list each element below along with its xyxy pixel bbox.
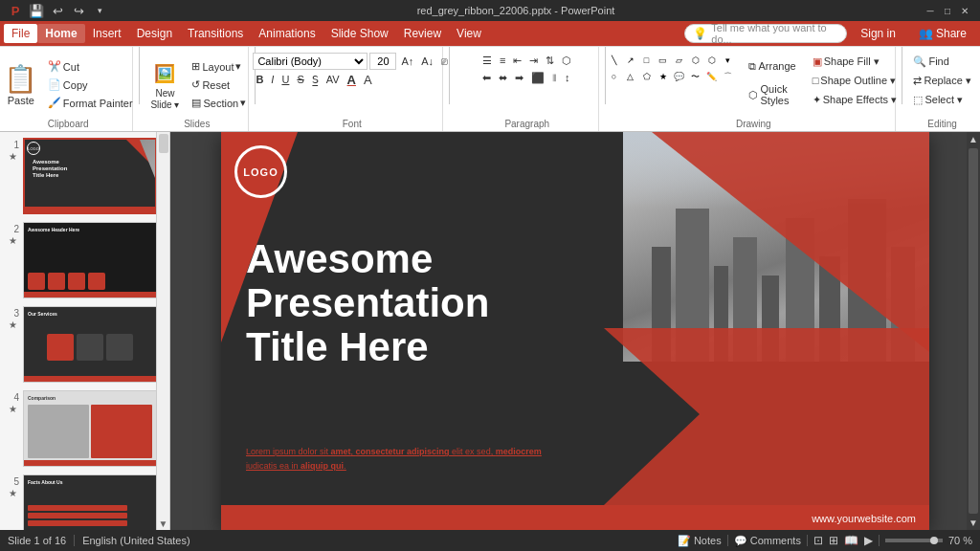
menu-review[interactable]: Review xyxy=(396,24,449,43)
align-center-button[interactable]: ⬌ xyxy=(496,70,510,85)
shadow-button[interactable]: S̲ xyxy=(309,72,322,87)
shape-connector[interactable]: ⌒ xyxy=(721,69,736,84)
align-right-button[interactable]: ➡ xyxy=(512,70,526,85)
shape-triangle[interactable]: △ xyxy=(623,69,638,84)
zoom-slider[interactable] xyxy=(885,539,943,542)
decrease-font-button[interactable]: A↓ xyxy=(418,54,436,69)
slide-thumb-3[interactable]: 3 ★ Our Services xyxy=(4,304,166,385)
reading-view-button[interactable]: 📖 xyxy=(844,534,858,547)
shape-circle[interactable]: ○ xyxy=(607,69,622,84)
new-slide-button[interactable]: 🖼️ NewSlide ▾ xyxy=(144,57,186,113)
close-button[interactable]: ✕ xyxy=(957,3,972,18)
customize-qat[interactable]: ▾ xyxy=(90,1,109,20)
normal-view-button[interactable]: ⊡ xyxy=(813,534,823,547)
canvas-scroll-thumb[interactable] xyxy=(969,148,978,514)
shape-rect[interactable]: □ xyxy=(639,53,655,68)
slide-preview-2[interactable]: Awesome Header Here xyxy=(23,222,157,298)
font-size-input[interactable] xyxy=(369,53,396,70)
save-button[interactable]: 💾 xyxy=(27,1,46,20)
shape-curve[interactable]: 〜 xyxy=(688,69,703,84)
arrange-button[interactable]: ⧉ Arrange xyxy=(743,53,802,79)
quick-styles-button[interactable]: ⬡ Quick Styles xyxy=(743,81,802,108)
shape-rounded-rect[interactable]: ▭ xyxy=(656,53,671,68)
menu-insert[interactable]: Insert xyxy=(85,24,129,43)
select-button[interactable]: ⬚ Select ▾ xyxy=(909,91,967,108)
italic-button[interactable]: I xyxy=(268,72,277,87)
format-painter-button[interactable]: 🖌️ Format Painter xyxy=(44,95,137,112)
canvas-area[interactable]: LOGO Awesome Presentation Title Here Lor… xyxy=(170,132,980,530)
slides-panel[interactable]: 1 ★ LOGO AwesomePresentationTitle Here 2… xyxy=(0,132,170,530)
comments-button[interactable]: 💬 Comments xyxy=(734,535,801,547)
slide-thumb-4[interactable]: 4 ★ Comparison xyxy=(4,388,166,469)
strikethrough-button[interactable]: S xyxy=(294,72,306,87)
slide-thumb-1[interactable]: 1 ★ LOGO AwesomePresentationTitle Here xyxy=(4,136,166,216)
shape-more[interactable]: ▾ xyxy=(721,53,736,68)
find-button[interactable]: 🔍 Find xyxy=(909,53,952,70)
scroll-down-arrow[interactable]: ▼ xyxy=(967,516,980,530)
layout-button[interactable]: ⊞ Layout ▾ xyxy=(188,58,250,76)
sign-in-button[interactable]: Sign in xyxy=(853,25,903,42)
zoom-thumb[interactable] xyxy=(930,537,938,544)
slide-subtitle[interactable]: Lorem ipsum dolor sit amet, consectetur … xyxy=(246,445,542,473)
redo-button[interactable]: ↪ xyxy=(69,1,88,20)
increase-indent-button[interactable]: ⇥ xyxy=(526,53,541,68)
scroll-down-btn[interactable]: ▼ xyxy=(157,518,169,530)
menu-view[interactable]: View xyxy=(449,24,489,43)
align-left-button[interactable]: ⬅ xyxy=(479,70,494,85)
slides-scrollbar[interactable]: ▼ xyxy=(156,132,169,530)
line-spacing-button[interactable]: ↕ xyxy=(562,70,573,85)
minimize-button[interactable]: ─ xyxy=(923,3,938,18)
convert-to-smartart[interactable]: ⬡ xyxy=(559,53,574,68)
bullets-button[interactable]: ☰ xyxy=(479,53,495,68)
paste-button[interactable]: 📋 Paste xyxy=(0,57,42,113)
justify-button[interactable]: ⬛ xyxy=(528,70,547,85)
shape-effects-button[interactable]: ✦ Shape Effects ▾ xyxy=(809,91,901,108)
slide-title[interactable]: Awesome Presentation Title Here xyxy=(246,237,489,370)
zoom-level[interactable]: 70 % xyxy=(948,535,972,546)
shape-pentagon[interactable]: ⬠ xyxy=(639,69,655,84)
scroll-up-arrow[interactable]: ▲ xyxy=(967,132,980,146)
replace-button[interactable]: ⇄ Replace ▾ xyxy=(909,72,974,89)
shape-outline-button[interactable]: □ Shape Outline ▾ xyxy=(809,72,901,89)
bold-button[interactable]: B xyxy=(253,72,266,87)
slide-canvas[interactable]: LOGO Awesome Presentation Title Here Lor… xyxy=(221,132,929,530)
font-name-select[interactable]: Calibri (Body) xyxy=(253,53,368,70)
maximize-button[interactable]: □ xyxy=(940,3,955,18)
language-indicator[interactable]: English (United States) xyxy=(82,535,190,546)
menu-home[interactable]: Home xyxy=(37,24,84,43)
menu-design[interactable]: Design xyxy=(129,24,180,43)
increase-font-button[interactable]: A↑ xyxy=(398,54,416,69)
slide-preview-5[interactable]: Facts About Us xyxy=(23,474,157,530)
slide-preview-3[interactable]: Our Services xyxy=(23,306,157,383)
columns-button[interactable]: ⫴ xyxy=(549,70,560,85)
slide-preview-1[interactable]: LOGO AwesomePresentationTitle Here xyxy=(23,138,157,214)
menu-slideshow[interactable]: Slide Show xyxy=(323,24,396,43)
shape-star[interactable]: ★ xyxy=(656,69,671,84)
decrease-indent-button[interactable]: ⇤ xyxy=(510,53,524,68)
shape-line[interactable]: ╲ xyxy=(607,53,622,68)
copy-button[interactable]: 📄 Copy xyxy=(44,77,137,94)
slide-preview-4[interactable]: Comparison xyxy=(23,390,157,467)
shape-freeform[interactable]: ✏️ xyxy=(704,69,720,84)
section-button[interactable]: ▤ Section ▾ xyxy=(188,95,250,112)
cut-button[interactable]: ✂️ Cut xyxy=(44,58,137,76)
shape-hexagon[interactable]: ⬡ xyxy=(704,53,720,68)
scroll-thumb[interactable] xyxy=(159,134,168,153)
shape-parallelogram[interactable]: ▱ xyxy=(672,53,687,68)
reset-button[interactable]: ↺ Reset xyxy=(188,77,250,94)
shape-callout[interactable]: 💬 xyxy=(672,69,687,84)
text-direction-button[interactable]: ⇅ xyxy=(543,53,557,68)
menu-animations[interactable]: Animations xyxy=(251,24,323,43)
char-spacing-button[interactable]: AV xyxy=(323,72,343,87)
share-button[interactable]: 👥 Share xyxy=(909,24,976,43)
tell-me-input[interactable]: 💡 Tell me what you want to do... xyxy=(684,24,847,43)
font-color-a[interactable]: A xyxy=(345,72,359,87)
notes-button[interactable]: 📝 Notes xyxy=(678,535,722,547)
font-color-highlight[interactable]: A xyxy=(361,72,375,87)
slide-sorter-button[interactable]: ⊞ xyxy=(829,534,838,547)
slideshow-button[interactable]: ▶ xyxy=(864,534,873,547)
slide-thumb-2[interactable]: 2 ★ Awesome Header Here xyxy=(4,220,166,300)
canvas-scrollbar[interactable]: ▲ ▼ xyxy=(967,132,980,530)
shape-arrow[interactable]: ↗ xyxy=(623,53,638,68)
underline-button[interactable]: U xyxy=(278,72,292,87)
